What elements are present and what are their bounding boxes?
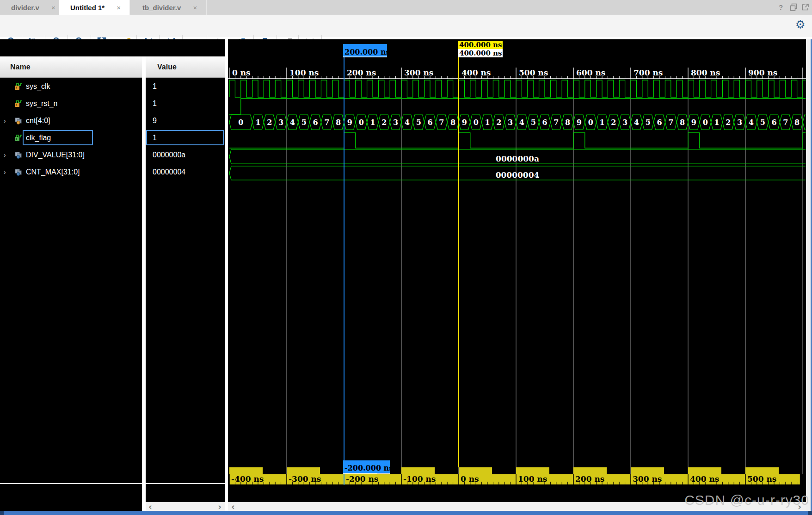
bottom-scroll-bar[interactable] [0,511,812,515]
cnt-value: 3 [737,118,742,127]
signal-row-cnt-4-0-[interactable]: ›cnt[4:0] [0,112,142,129]
signal-name: sys_clk [26,82,50,91]
bus-blue-icon [14,151,23,159]
tab-close-icon[interactable]: × [117,4,121,11]
floating-ruler-label-box [229,467,263,474]
scroll-left-icon[interactable]: ‹ [231,502,235,512]
tab-close-icon[interactable]: × [51,4,55,11]
expand-chevron-icon[interactable]: › [4,117,10,124]
cnt-value: 7 [324,118,329,127]
cnt-value: 0 [359,118,364,127]
cnt-value: 7 [783,118,788,127]
tab-close-icon[interactable]: × [193,4,197,11]
floating-ruler-label-box [459,467,492,474]
cnt-value: 7 [668,118,673,127]
name-column-header: Name [0,56,142,78]
wave-sys_rst_n [229,99,806,114]
cnt-value: 7 [439,118,444,127]
cnt-value: 2 [496,118,501,127]
cnt-value: 1 [599,118,604,127]
cnt-value: 5 [760,118,765,127]
cnt-value: 2 [611,118,616,127]
cnt-value: 6 [427,118,432,127]
cnt-value: 2 [726,118,731,127]
waveform-canvas[interactable]: 0 ns100 ns200 ns300 ns400 ns500 ns600 ns… [228,39,806,511]
signal-value-cnt-4-0-[interactable]: 9 [146,112,225,129]
signal-value-text: 1 [153,134,157,142]
signal-name-column: Name sys_clksys_rst_n›cnt[4:0]clk_flag›D… [0,56,142,511]
scroll-left-icon[interactable]: ‹ [148,502,152,512]
signal-value-text: 00000004 [153,168,185,176]
signal-name: clk_flag [26,134,51,142]
tab-tb-divider-v[interactable]: tb_divider.v× [131,0,207,15]
signal-row-cnt-max-31-0-[interactable]: ›CNT_MAX[31:0] [0,163,142,180]
cnt-value: 0 [703,118,708,127]
tab-label: Untitled 1* [70,4,105,12]
signal-value-div-value-31-0-[interactable]: 0000000a [146,146,225,163]
input-wire-icon [14,100,23,107]
cnt-value: 6 [313,118,318,127]
cnt-value: 3 [393,118,398,127]
wave-clk_flag [229,133,806,148]
value-header-label: Value [157,63,177,71]
tab-label: tb_divider.v [142,4,181,12]
cnt-value: 3 [278,118,283,127]
cursor-rel-time-label: -200.000 ns [344,464,393,472]
scroll-right-icon[interactable]: › [218,502,221,512]
name-header-label: Name [10,63,31,71]
signal-name: DIV_VALUE[31:0] [26,151,85,159]
expand-chevron-icon[interactable]: › [4,168,10,176]
wave-toolbar [0,15,812,37]
signal-row-sys-rst-n[interactable]: sys_rst_n [0,95,142,112]
tab-divider-v[interactable]: divider.v× [0,0,59,15]
maximize-icon[interactable] [801,3,809,12]
table-horizontal-scrollbar[interactable]: ‹ › [146,502,225,511]
settings-gear-icon[interactable]: ⚙ [795,18,806,31]
cursor-time-label: 200.000 ns [344,48,390,56]
DIV_VALUE-value: 0000000a [496,154,539,163]
signal-value-column: Value 11910000000a00000004 [146,56,225,511]
floating-ruler-label: -300 ns [289,474,321,484]
ruler-label: 300 ns [404,68,433,77]
signal-row-div-value-31-0-[interactable]: ›DIV_VALUE[31:0] [0,146,142,163]
cnt-value: 4 [519,118,524,127]
signal-row-clk-flag[interactable]: clk_flag [0,129,142,146]
vertical-scrollbar[interactable] [806,39,811,515]
bus-orange-icon [14,117,23,124]
tab-label: divider.v [11,4,39,12]
table-bottom-separator [0,483,225,484]
tab-untitled-1-[interactable]: Untitled 1*× [59,0,130,15]
floating-ruler-label-box [688,467,721,474]
waveform-panel[interactable]: 0 ns100 ns200 ns300 ns400 ns500 ns600 ns… [228,39,806,511]
cnt-value: 3 [508,118,513,127]
cnt-value: 9 [347,118,352,127]
cnt-value: 0 [474,118,479,127]
cnt-value: 6 [542,118,547,127]
signal-value-text: 1 [153,82,157,91]
floating-ruler-label-box [631,467,664,474]
cnt-value: 6 [657,118,662,127]
cnt-value: 4 [634,118,639,127]
cnt-value: 1 [714,118,719,127]
input-wire-icon [14,83,23,90]
signal-row-sys-clk[interactable]: sys_clk [0,78,142,95]
cnt-value: 5 [301,118,307,127]
floating-ruler-label: -200 ns [346,474,378,484]
floating-ruler-label-box [745,467,779,474]
expand-chevron-icon[interactable]: › [4,151,10,159]
signal-value-text: 1 [153,99,157,108]
cnt-value: 2 [267,118,272,127]
signal-value-clk-flag[interactable]: 1 [146,129,225,146]
wave-cnt-seg [803,115,806,130]
floating-ruler-label: 100 ns [518,474,547,484]
signal-value-cnt-max-31-0-[interactable]: 00000004 [146,163,225,180]
help-icon[interactable]: ? [779,3,783,11]
floating-ruler-label: 300 ns [633,474,662,484]
signal-value-sys-clk[interactable]: 1 [146,78,225,95]
ruler-label: 700 ns [634,68,663,77]
floating-ruler-label: 0 ns [461,474,479,484]
ruler-label: 200 ns [347,68,376,77]
float-icon[interactable] [790,3,798,12]
signal-value-sys-rst-n[interactable]: 1 [146,95,225,112]
cnt-value: 1 [370,118,375,127]
